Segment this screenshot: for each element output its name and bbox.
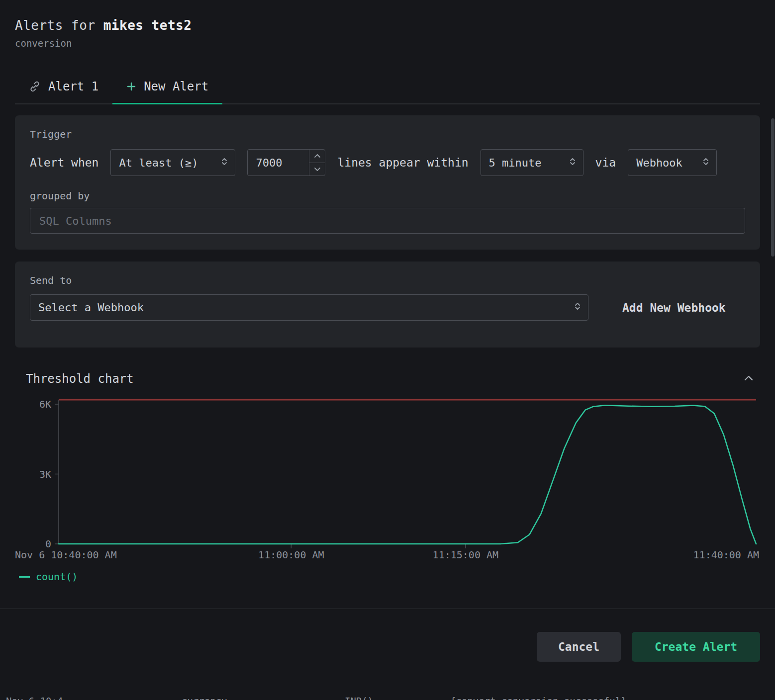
tab-alert-1-label: Alert 1 [48,80,98,93]
group-by-input[interactable] [30,208,745,234]
page-subtitle: conversion [15,38,760,49]
chart-legend: count() [15,571,760,583]
svg-text:11:00:00 AM: 11:00:00 AM [258,549,324,561]
send-to-panel: Send to Select a Webhook Add New Webhook [15,262,760,348]
chevron-updown-icon [568,157,577,169]
lines-appear-within-label: lines appear within [337,156,468,169]
alert-modal: Alerts for mikes tets2 conversion Alert … [0,0,775,662]
trigger-panel: Trigger Alert when At least (≥) [15,115,760,250]
svg-text:6K: 6K [39,398,51,410]
add-new-webhook-button[interactable]: Add New Webhook [619,301,729,315]
link-icon [29,81,41,92]
webhook-select-value: Select a Webhook [38,301,144,314]
stepper-down-icon[interactable] [309,163,325,176]
trigger-section-label: Trigger [30,128,745,140]
chevron-updown-icon [573,301,582,314]
scrollbar-thumb[interactable] [771,118,775,257]
background-log-message: {convert conversion successful} [450,696,627,700]
tab-new-alert-label: New Alert [144,80,208,93]
comparator-select[interactable]: At least (≥) [110,149,235,176]
page-title-prefix: Alerts for [15,18,96,33]
chart-header: Threshold chart [15,370,760,387]
webhook-select[interactable]: Select a Webhook [30,294,588,321]
time-window-select[interactable]: 5 minute [481,149,583,176]
stepper-up-icon[interactable] [309,150,325,163]
svg-text:0: 0 [45,538,51,550]
comparator-value: At least (≥) [119,157,198,169]
threshold-chart-svg: 03K6KNov 6 10:40:00 AM11:00:00 AM11:15:0… [15,397,760,563]
threshold-value-field[interactable] [248,150,309,175]
chevron-updown-icon [701,157,710,169]
cancel-button[interactable]: Cancel [537,632,621,662]
threshold-number-input [247,149,325,176]
threshold-steppers [309,150,325,175]
plus-icon [126,82,136,91]
svg-text:11:40:00 AM: 11:40:00 AM [693,549,759,561]
tab-new-alert[interactable]: New Alert [112,72,222,103]
chevron-up-icon [742,377,755,385]
grouped-by-label: grouped by [30,190,745,202]
threshold-chart: 03K6KNov 6 10:40:00 AM11:00:00 AM11:15:0… [15,397,760,563]
background-log-row: Nov 6 10:4 currency INR() {convert conve… [0,696,775,700]
svg-text:3K: 3K [39,468,51,480]
alert-tabs: Alert 1 New Alert [15,72,760,104]
legend-series-label: count() [36,571,78,583]
legend-line-swatch [19,576,30,578]
tab-alert-1[interactable]: Alert 1 [15,72,112,103]
svg-text:Nov 6 10:40:00 AM: Nov 6 10:40:00 AM [15,549,117,561]
trigger-row: Alert when At least (≥) [30,149,745,176]
chart-title: Threshold chart [26,372,134,386]
page-title-source-name: mikes tets2 [103,18,192,33]
page-title: Alerts for mikes tets2 [15,0,760,33]
create-alert-button[interactable]: Create Alert [632,632,760,662]
chevron-updown-icon [220,157,229,169]
threshold-chart-section: Threshold chart 03K6KNov 6 10:40:00 AM11… [15,370,760,583]
svg-text:11:15:00 AM: 11:15:00 AM [433,549,498,561]
alert-when-label: Alert when [30,156,98,169]
channel-select[interactable]: Webhook [628,149,717,176]
via-label: via [595,156,616,169]
channel-value: Webhook [636,157,682,169]
send-to-row: Select a Webhook Add New Webhook [30,294,745,321]
collapse-chart-button[interactable] [740,370,757,387]
modal-footer: Cancel Create Alert [15,609,760,662]
background-log-field: INR() [345,696,373,700]
background-log-service: currency [182,696,227,700]
time-window-value: 5 minute [489,157,542,169]
background-log-timestamp: Nov 6 10:4 [6,696,63,700]
send-to-label: Send to [30,274,745,286]
